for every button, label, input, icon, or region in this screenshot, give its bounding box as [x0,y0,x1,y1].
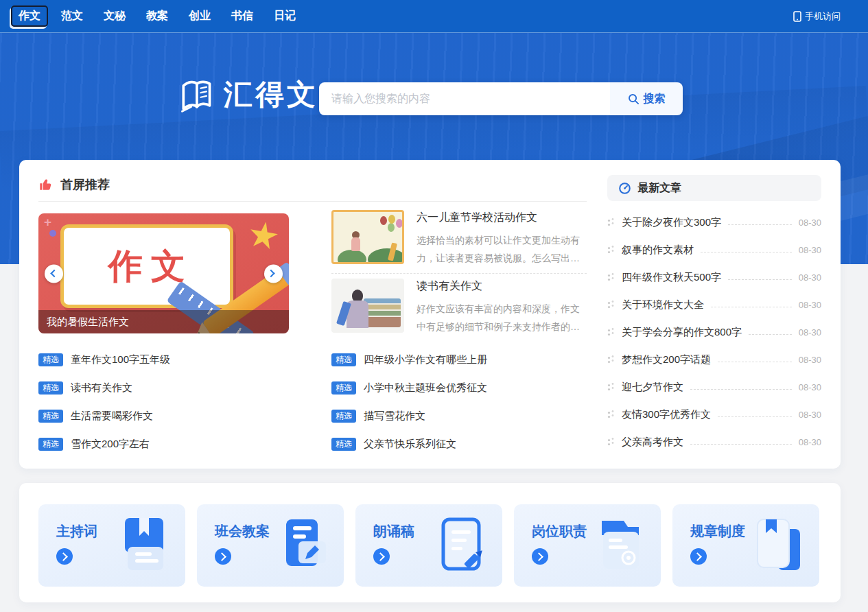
arrow-circle-button[interactable] [215,548,231,565]
shortcut-title: 班会教案 [215,522,270,541]
article-excerpt: 好作文应该有丰富的内容和深度，作文中有足够的细节和例子来支持作者的观点。这里提供… [417,300,587,336]
latest-article-link[interactable]: 父亲高考作文 [622,436,683,449]
latest-article-link[interactable]: 关于除夕夜作文300字 [622,216,721,229]
featured-article[interactable]: 读书有关作文 好作文应该有丰富的内容和深度，作文中有足够的细节和例子来支持作者的… [331,279,587,336]
shortcut-card-guizhangzhidu[interactable]: 规章制度 [672,504,819,587]
nav-item-riji[interactable]: 日记 [266,5,303,27]
carousel-prev-button[interactable] [45,264,63,283]
arrow-circle-button[interactable] [373,548,390,565]
latest-article-item[interactable]: 友情300字优秀作文 08-30 [607,401,821,428]
nav-item-shuxin[interactable]: 书信 [224,5,261,27]
mobile-access-link[interactable]: 手机访问 [793,10,841,23]
picked-item[interactable]: 精选 小学中秋主题班会优秀征文 [331,381,487,395]
arrow-circle-button[interactable] [532,548,548,565]
featured-section-title: 首屏推荐 [60,176,110,193]
logo-text: 汇得文 [224,75,318,114]
featured-badge: 精选 [38,438,63,451]
picked-item[interactable]: 精选 雪作文200字左右 [38,437,170,451]
latest-article-link[interactable]: 叙事的作文素材 [622,244,694,257]
shortcut-card-langsonggao[interactable]: 朗诵稿 [355,504,502,587]
latest-article-date: 08-30 [799,272,821,283]
nav-item-jiaoan[interactable]: 教案 [139,5,176,27]
featured-section-header: 首屏推荐 [38,176,110,193]
carousel-slide-title: 我的暑假生活作文 [38,310,289,333]
carousel-whiteboard-art: 作文 [60,224,233,308]
picked-item[interactable]: 精选 父亲节快乐系列征文 [331,437,487,451]
latest-article-link[interactable]: 关于环境作文大全 [622,298,704,311]
latest-article-link[interactable]: 四年级作文秋天500字 [622,271,721,284]
featured-badge: 精选 [331,410,356,423]
host-script-book-icon [110,513,176,578]
picked-item[interactable]: 精选 描写雪花作文 [331,409,487,423]
latest-article-item[interactable]: 梦想作文200字话题 08-30 [607,346,821,373]
shortcut-card-gangweizhize[interactable]: 岗位职责 [514,504,661,587]
nav-item-chuangye[interactable]: 创业 [181,5,218,27]
latest-article-link[interactable]: 迎七夕节作文 [622,381,683,394]
picked-item[interactable]: 精选 生活需要喝彩作文 [38,409,170,423]
picked-item-link[interactable]: 父亲节快乐系列征文 [364,438,456,451]
featured-article[interactable]: 六一儿童节学校活动作文 选择恰当的素材可以让作文更加生动有力，让读者更容易被说服… [331,210,587,267]
latest-article-link[interactable]: 梦想作文200字话题 [622,353,711,366]
list-bullet-dots-icon [607,437,615,447]
search-input[interactable] [319,82,610,115]
list-bullet-dots-icon [607,327,615,338]
site-logo[interactable]: 汇得文 [177,75,318,114]
picked-item-link[interactable]: 四年级小学作文有哪些上册 [364,353,487,366]
latest-article-item[interactable]: 迎七夕节作文 08-30 [607,373,821,401]
latest-article-item[interactable]: 关于除夕夜作文300字 08-30 [607,209,821,236]
article-body: 六一儿童节学校活动作文 选择恰当的素材可以让作文更加生动有力，让读者更容易被说服… [417,210,587,267]
carousel-star-decoration [247,220,281,253]
picked-item-link[interactable]: 雪作文200字左右 [71,438,150,451]
picked-item-link[interactable]: 读书有关作文 [71,381,132,395]
chevron-right-icon [267,270,274,277]
search-bar: 搜索 [319,82,683,115]
main-nav: 作文 范文 文秘 教案 创业 书信 日记 [11,5,303,27]
list-bullet-dots-icon [607,410,615,420]
latest-article-date: 08-30 [799,245,821,255]
latest-article-item[interactable]: 四年级作文秋天500字 08-30 [607,263,821,291]
latest-article-date: 08-30 [799,410,821,420]
latest-article-item[interactable]: 父亲高考作文 08-30 [607,428,821,456]
latest-article-item[interactable]: 叙事的作文素材 08-30 [607,236,821,263]
picked-item[interactable]: 精选 读书有关作文 [38,381,170,395]
article-excerpt: 选择恰当的素材可以让作文更加生动有力，让读者更容易被说服。怎么写出优秀的六一儿童… [417,231,587,267]
dotted-leader [749,334,792,335]
nav-item-zuowen[interactable]: 作文 [11,5,48,27]
dotted-leader [728,279,792,280]
latest-article-link[interactable]: 友情300字优秀作文 [622,408,711,421]
picked-item[interactable]: 精选 童年作文100字五年级 [38,353,170,366]
picked-item-link[interactable]: 描写雪花作文 [364,410,425,423]
article-title-link[interactable]: 六一儿童节学校活动作文 [417,211,587,225]
page-root: 作文 范文 文秘 教案 创业 书信 日记 手机访问 [0,0,868,612]
featured-carousel[interactable]: 作文 我的暑假生活作文 [38,213,289,333]
list-bullet-dots-icon [607,272,615,283]
picked-item[interactable]: 精选 四年级小学作文有哪些上册 [331,353,487,366]
list-bullet-dots-icon [607,217,615,228]
latest-article-date: 08-30 [799,355,821,365]
latest-article-date: 08-30 [799,382,821,392]
featured-badge: 精选 [38,353,63,366]
shortcut-card-banhuijiaoan[interactable]: 班会教案 [197,504,344,587]
picked-item-link[interactable]: 童年作文100字五年级 [71,353,170,366]
arrow-circle-button[interactable] [690,548,707,565]
latest-articles-title: 最新文章 [637,181,681,196]
shortcut-card-zhuchici[interactable]: 主持词 [38,504,185,587]
latest-article-link[interactable]: 关于学会分享的作文800字 [622,326,742,339]
logo-book-icon [177,75,215,114]
article-title-link[interactable]: 读书有关作文 [417,279,587,294]
nav-item-wenmi[interactable]: 文秘 [96,5,133,27]
picked-item-link[interactable]: 生活需要喝彩作文 [71,410,153,423]
nav-item-fanwen[interactable]: 范文 [54,5,91,27]
search-icon [628,93,640,105]
arrow-circle-button[interactable] [56,548,73,565]
lesson-plan-document-icon [268,513,334,578]
latest-article-item[interactable]: 关于环境作文大全 08-30 [607,291,821,318]
thumbs-up-icon [38,177,54,192]
article-body: 读书有关作文 好作文应该有丰富的内容和深度，作文中有足够的细节和例子来支持作者的… [417,279,587,336]
search-button[interactable]: 搜索 [610,82,683,115]
carousel-next-button[interactable] [264,264,283,283]
picked-item-link[interactable]: 小学中秋主题班会优秀征文 [364,381,487,395]
latest-article-item[interactable]: 关于学会分享的作文800字 08-30 [607,318,821,346]
search-button-label: 搜索 [644,92,666,106]
picked-list-left: 精选 童年作文100字五年级 精选 读书有关作文 精选 生活需要喝彩作文 精选 … [38,353,170,465]
